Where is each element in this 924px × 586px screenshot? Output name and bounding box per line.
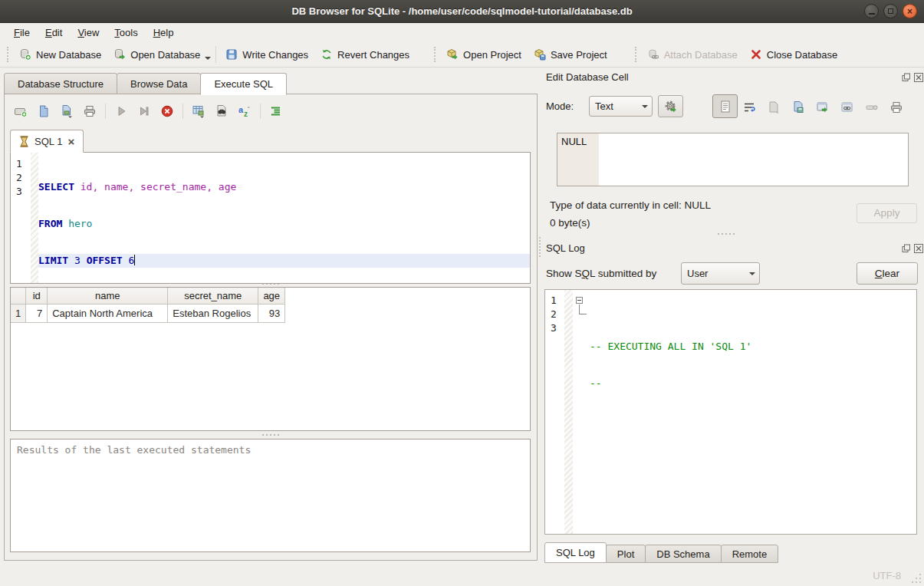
execute-sql-panel: a z SQL 1 × 1 2 3 SELECT id, name,	[4, 94, 538, 561]
row-number-cell[interactable]: 1	[11, 305, 26, 323]
copy-link-button[interactable]	[839, 99, 856, 116]
apply-button[interactable]: Apply	[857, 203, 917, 223]
attach-database-button[interactable]: Attach Database	[641, 45, 744, 64]
auto-switch-mode-button[interactable]	[658, 95, 683, 117]
write-changes-icon	[225, 48, 238, 61]
find-in-sql-button[interactable]	[212, 101, 232, 121]
close-dock-icon[interactable]	[914, 244, 923, 253]
tab-database-structure[interactable]: Database Structure	[4, 73, 117, 94]
column-header-name[interactable]: name	[48, 288, 168, 305]
toolbar-grip[interactable]	[635, 47, 637, 62]
word-wrap-button[interactable]	[741, 99, 758, 116]
tab-plot[interactable]: Plot	[606, 545, 646, 563]
open-project-button[interactable]: Open Project	[440, 45, 528, 64]
cell-id[interactable]: 7	[26, 305, 48, 323]
new-database-button[interactable]: New Database	[13, 45, 107, 64]
save-file-icon	[60, 104, 74, 118]
close-sql-tab-icon[interactable]: ×	[67, 136, 74, 147]
mode-combobox[interactable]: Text	[589, 96, 653, 117]
cell-value-editor[interactable]: NULL	[557, 133, 909, 186]
close-dock-icon[interactable]	[914, 73, 923, 82]
open-file-icon	[37, 104, 51, 118]
open-sql-tab-button[interactable]	[11, 101, 31, 121]
print-sql-button[interactable]	[80, 101, 100, 121]
open-cell-data-button[interactable]	[765, 99, 782, 116]
chevron-down-icon	[638, 105, 652, 108]
find-icon	[215, 104, 229, 118]
float-dock-icon[interactable]	[902, 73, 911, 82]
encoding-indicator: UTF-8	[873, 570, 901, 581]
cell-value: NULL	[561, 136, 587, 147]
menu-help[interactable]: Help	[146, 25, 182, 41]
menu-file[interactable]: File	[6, 25, 38, 41]
editor-results-splitter[interactable]	[258, 283, 284, 286]
set-null-button[interactable]	[863, 99, 880, 116]
save-project-button[interactable]: Save Project	[528, 45, 613, 64]
format-sql-button[interactable]	[266, 101, 286, 121]
cell-secret-name[interactable]: Esteban Rogelios	[168, 305, 258, 323]
cell-name[interactable]: Captain North America	[48, 305, 168, 323]
write-changes-button[interactable]: Write Changes	[219, 45, 314, 64]
import-cell-data-button[interactable]	[790, 99, 807, 116]
cell-editor-text-area[interactable]	[599, 133, 908, 186]
log-filter-combobox[interactable]: User	[681, 262, 760, 285]
mode-label: Mode:	[546, 100, 574, 112]
open-database-dropdown-caret[interactable]	[205, 57, 211, 60]
fold-collapse-marker[interactable]	[576, 297, 583, 304]
minimize-button[interactable]	[864, 4, 879, 18]
tab-sql-log[interactable]: SQL Log	[544, 542, 607, 563]
maximize-button[interactable]	[883, 4, 898, 18]
toolbar-grip[interactable]	[7, 47, 9, 62]
tab-db-schema[interactable]: DB Schema	[645, 545, 721, 563]
cell-age[interactable]: 93	[258, 305, 285, 323]
tab-browse-data[interactable]: Browse Data	[117, 73, 201, 94]
log-entry: --	[573, 377, 916, 390]
format-sql-icon	[269, 104, 283, 118]
autocomplete-button[interactable]: a z	[235, 101, 255, 121]
toolbar-grip[interactable]	[434, 47, 436, 62]
menu-view[interactable]: View	[70, 25, 107, 41]
open-sql-file-button[interactable]	[34, 101, 54, 121]
export-cell-data-button[interactable]	[814, 99, 831, 116]
corner-header-cell[interactable]	[11, 288, 26, 305]
cell-type-info: Type of data currently in cell: NULL	[550, 199, 711, 211]
text-mode-button[interactable]	[712, 94, 738, 118]
print-cell-button[interactable]	[888, 99, 905, 116]
menu-edit[interactable]: Edit	[38, 25, 70, 41]
sql-toolbar-separator	[105, 104, 106, 119]
execute-all-icon	[114, 104, 128, 118]
editor-code-area[interactable]: SELECT id, name, secret_name, age FROM h…	[38, 153, 530, 283]
sql-log-view: 1 2 3 -- EXECUTING ALL IN 'SQL 1' --	[544, 289, 917, 535]
sql-editor[interactable]: 1 2 3 SELECT id, name, secret_name, age …	[10, 152, 531, 284]
column-header-age[interactable]: age	[258, 288, 285, 305]
save-results-icon	[192, 104, 206, 118]
execute-current-line-button[interactable]	[134, 101, 154, 121]
attach-database-icon	[647, 48, 659, 61]
save-sql-file-button[interactable]	[57, 101, 77, 121]
close-database-button[interactable]: Close Database	[744, 45, 844, 64]
column-header-secret-name[interactable]: secret_name	[168, 288, 258, 305]
column-header-id[interactable]: id	[26, 288, 48, 305]
open-database-button[interactable]: Open Database	[107, 45, 206, 64]
sql-editor-tab[interactable]: SQL 1 ×	[10, 130, 84, 153]
stop-execution-button[interactable]	[157, 101, 177, 121]
stop-icon	[160, 104, 174, 118]
execute-all-button[interactable]	[111, 101, 131, 121]
dock-drag-grip[interactable]	[539, 237, 541, 257]
revert-changes-button[interactable]: Revert Changes	[314, 45, 416, 64]
clear-log-button[interactable]: Clear	[857, 262, 918, 285]
dock-splitter[interactable]	[713, 233, 739, 236]
set-null-icon	[865, 100, 879, 114]
log-fold-margin	[564, 290, 573, 534]
results-message-splitter[interactable]	[258, 434, 284, 437]
edit-cell-dock-title: Edit Database Cell	[546, 71, 629, 83]
editor-fold-margin	[31, 153, 38, 283]
float-dock-icon[interactable]	[902, 244, 911, 253]
close-button[interactable]: ×	[903, 4, 917, 18]
tab-remote[interactable]: Remote	[721, 545, 779, 563]
save-results-button[interactable]	[189, 101, 209, 121]
window-resize-grip[interactable]	[912, 574, 921, 583]
menu-tools[interactable]: Tools	[107, 25, 145, 41]
tab-execute-sql[interactable]: Execute SQL	[200, 73, 287, 95]
code-line-1: SELECT id, name, secret_name, age	[38, 180, 530, 194]
